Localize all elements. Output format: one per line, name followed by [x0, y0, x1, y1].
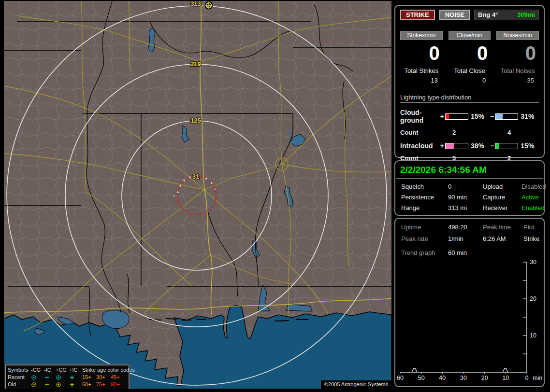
persistence-label: Persistence	[401, 194, 448, 201]
cg-negative-count: 4	[503, 129, 511, 136]
age-60: 60+	[82, 381, 96, 388]
legend-header-row: Symbols -CG -IC +CG +IC Strike age color…	[8, 366, 127, 374]
trend-y-ticks	[523, 262, 527, 354]
legend-col-neg-ic: -IC	[44, 366, 56, 374]
cg-negative-bar	[495, 113, 518, 120]
age-45: 45+	[111, 374, 125, 381]
cg-negative-pct: 31%	[518, 112, 539, 120]
stats-panel: Uptime 498:20 Peak time Plot Peak rate 1…	[394, 218, 545, 387]
circle-plus-icon	[56, 375, 69, 380]
x-tick-0: 0	[525, 375, 529, 381]
close-per-min-column: Close/min 0 Total Close 0	[449, 31, 491, 84]
legend-col-pos-cg: +CG	[56, 366, 69, 374]
upload-label: Upload	[483, 183, 521, 190]
total-strikes-label: Total Strikes	[400, 64, 443, 74]
x-tick-40: 40	[439, 375, 446, 381]
trend-graph: 30 10 20 60 50 40 30 20 10 0 min	[395, 219, 544, 386]
legend-age-header: Strike age color codes	[82, 366, 125, 374]
legend-recent-label: Recent	[8, 374, 31, 381]
noises-per-min-column: Noises/min 0 Total Noises 35	[496, 31, 539, 84]
legend-col-neg-cg: -CG	[31, 366, 44, 374]
noises-per-min-value: 0	[496, 40, 539, 64]
close-per-min-label: Close/min	[449, 31, 491, 40]
age-30: 30+	[96, 374, 111, 381]
legend-old-label: Old	[8, 381, 31, 388]
bearing-readout: Bng 4° 309mi	[474, 10, 539, 20]
legend-col-pos-ic: +IC	[69, 366, 82, 374]
minus-sign: −	[489, 112, 495, 120]
strikes-per-min-label: Strikes/min	[400, 31, 443, 40]
plus-icon	[69, 382, 82, 388]
capture-label: Capture	[483, 194, 521, 201]
strikes-per-min-value: 0	[400, 40, 443, 64]
close-per-min-value: 0	[449, 40, 491, 64]
ic-negative-bar	[495, 143, 518, 149]
y-tick-10: 10	[530, 332, 536, 339]
plus-sign: +	[439, 112, 445, 120]
nexstorm-window: 313 219 125 31 Symbols -CG -IC +CG +IC S	[0, 0, 550, 392]
age-15: 15+	[82, 374, 96, 381]
receiver-label: Receiver	[483, 204, 521, 211]
y-tick-30: 30	[530, 259, 536, 266]
minus-icon	[44, 382, 56, 388]
cg-positive-bar-fill	[446, 114, 449, 119]
upload-value: Disabled	[521, 183, 546, 190]
intracloud-label: Intracloud	[400, 142, 439, 150]
range-value: 313 mi	[448, 204, 483, 211]
cg-positive-count: 2	[449, 129, 503, 136]
circle-plus-icon	[56, 382, 69, 388]
circle-minus-icon	[31, 375, 44, 380]
ring-label-125: 125	[190, 117, 201, 124]
age-90: 90+	[111, 381, 125, 388]
cloud-ground-count-row: Count 2 4	[400, 129, 539, 136]
legend-old-row: Old 60+ 75+ 90+	[8, 381, 127, 388]
copyright-notice: ©2005 Astrogenic Systems	[321, 380, 391, 389]
intracloud-row: Intracloud + 38% − 15%	[400, 142, 539, 150]
legend-symbols-header: Symbols	[8, 366, 31, 374]
bearing-value: Bng 4°	[478, 11, 498, 18]
trend-labels: 30 10 20 60 50 40 30 20 10 0 min	[397, 259, 542, 381]
strike-mode-button[interactable]: STRIKE	[400, 10, 435, 20]
map-canvas: 313 219 125 31	[4, 1, 391, 389]
receiver-value: Enabled	[521, 204, 546, 211]
distribution-title: Lightning type distribution	[400, 94, 539, 103]
total-noises-label: Total Noises	[496, 64, 539, 74]
ring-label-31: 31	[192, 173, 199, 180]
cloud-ground-label: Cloud-ground	[400, 109, 439, 124]
bearing-range-value: 309mi	[517, 11, 535, 18]
plus-icon	[69, 375, 82, 380]
x-tick-60: 60	[397, 375, 404, 381]
cg-positive-bar	[445, 113, 468, 120]
noise-mode-button[interactable]: NOISE	[439, 10, 470, 20]
x-tick-30: 30	[460, 375, 467, 381]
ic-negative-pct: 15%	[518, 142, 539, 150]
noises-per-min-label: Noises/min	[496, 31, 539, 40]
plus-sign: +	[439, 142, 445, 150]
ic-positive-pct: 38%	[468, 142, 489, 150]
trend-axes	[400, 262, 527, 372]
x-tick-20: 20	[481, 375, 488, 381]
range-label: Range	[401, 204, 448, 211]
lightning-distribution: Lightning type distribution Cloud-ground…	[400, 94, 539, 162]
ic-negative-bar-fill	[495, 143, 499, 149]
status-panel: 2/2/2026 6:34:56 AM Squelch 0 Upload Dis…	[394, 160, 545, 216]
strike-symbol-old-positive-cg-icon	[205, 1, 213, 9]
minus-icon	[44, 375, 56, 380]
squelch-value: 0	[448, 183, 483, 190]
x-axis-unit: min	[533, 375, 542, 381]
ic-positive-bar	[445, 143, 468, 149]
ring-label-313: 313	[190, 1, 201, 7]
squelch-label: Squelch	[401, 183, 448, 190]
lightning-map[interactable]: 313 219 125 31 Symbols -CG -IC +CG +IC S	[4, 1, 391, 389]
cloud-ground-row: Cloud-ground + 15% − 31%	[400, 109, 539, 124]
cg-positive-pct: 15%	[468, 112, 489, 120]
ic-positive-bar-fill	[446, 143, 454, 149]
status-grid: Squelch 0 Upload Disabled Persistence 90…	[395, 179, 544, 211]
count-label: Count	[400, 129, 449, 136]
symbols-legend: Symbols -CG -IC +CG +IC Strike age color…	[5, 364, 130, 389]
minus-sign: −	[489, 142, 495, 150]
legend-recent-row: Recent 15+ 30+ 45+	[8, 374, 127, 381]
capture-value: Active	[521, 194, 546, 201]
rate-counters: Strikes/min 0 Total Strikes 13 Close/min…	[395, 20, 544, 84]
x-tick-50: 50	[418, 375, 425, 381]
